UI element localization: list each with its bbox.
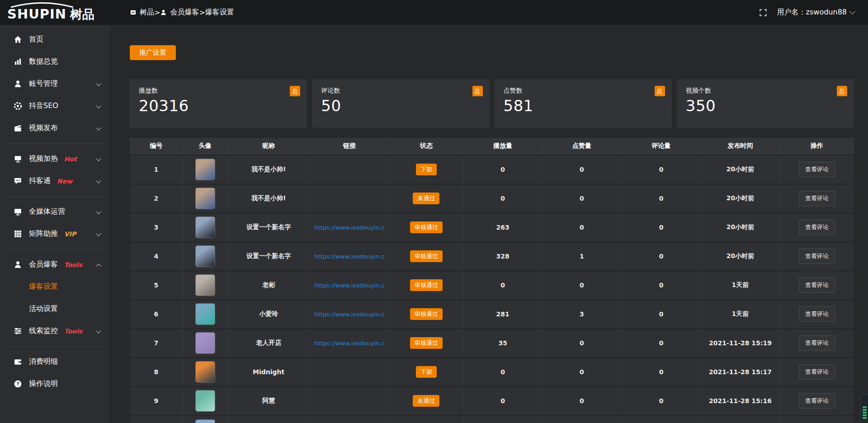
sidebar-item-label: 首页 bbox=[29, 35, 43, 44]
status-badge: 审核通过 bbox=[410, 250, 443, 262]
likes-cell: 1 bbox=[542, 242, 622, 271]
username-label: 用户名：zswodun88 bbox=[777, 8, 847, 17]
video-icon bbox=[14, 124, 22, 132]
nickname-cell: 设置一个新名字 bbox=[227, 213, 310, 242]
view-comments-button[interactable]: 查看评论 bbox=[799, 162, 835, 177]
sidebar-item-15[interactable]: 消费明细 bbox=[0, 351, 109, 373]
table-row-10 bbox=[130, 415, 854, 423]
plays-cell: 328 bbox=[463, 242, 542, 271]
sidebar-item-9[interactable]: 全媒体运营 bbox=[0, 201, 109, 223]
time-cell: 1天前 bbox=[701, 271, 779, 300]
view-comments-button[interactable]: 查看评论 bbox=[799, 364, 835, 380]
stat-card-2: 点赞数581总 bbox=[495, 79, 672, 128]
user-menu[interactable]: 用户名：zswodun88 bbox=[777, 8, 854, 17]
chevron-down-icon bbox=[96, 178, 101, 183]
stat-card-3: 视频个数350总 bbox=[677, 79, 854, 128]
row-id-cell bbox=[130, 415, 183, 423]
comments-cell bbox=[622, 415, 701, 423]
video-link[interactable]: https://www.iesdouyin.c bbox=[310, 340, 389, 347]
nickname-cell: 阿慧 bbox=[227, 386, 310, 415]
plays-cell: 35 bbox=[463, 329, 542, 357]
view-comments-button[interactable]: 查看评论 bbox=[799, 191, 835, 206]
nickname-cell: 小爱玲 bbox=[227, 300, 310, 329]
time-cell: 2021-11-28 15:17 bbox=[701, 357, 779, 386]
stat-cards: 播放数20316总评论数50总点赞数581总视频个数350总 bbox=[130, 79, 854, 128]
sidebar-item-4[interactable]: 视频发布 bbox=[0, 117, 109, 139]
nickname-cell: 老彬 bbox=[227, 271, 310, 300]
view-comments-button[interactable]: 查看评论 bbox=[799, 220, 835, 235]
breadcrumb-item-0[interactable]: 树品 bbox=[130, 8, 154, 17]
avatar bbox=[196, 159, 215, 180]
column-header: 编号 bbox=[130, 138, 183, 155]
avatar bbox=[196, 333, 215, 353]
time-cell: 2021-11-28 15:19 bbox=[701, 329, 779, 357]
main-content: 推广设置 播放数20316总评论数50总点赞数581总视频个数350总 编号头像… bbox=[109, 25, 868, 423]
time-cell: 20小时前 bbox=[701, 242, 779, 271]
sidebar-item-7[interactable]: 抖客通New bbox=[0, 170, 109, 192]
table-body: 1我不是小帅!下架00020小时前查看评论2我不是小帅!未通过00020小时前查… bbox=[130, 155, 854, 423]
sidebar-item-badge: Hot bbox=[64, 155, 77, 163]
fullscreen-icon[interactable] bbox=[759, 9, 767, 17]
sidebar-item-label: 全媒体运营 bbox=[29, 207, 65, 216]
avatar bbox=[196, 362, 215, 382]
status-badge: 未通过 bbox=[413, 193, 439, 204]
comments-cell: 0 bbox=[622, 271, 701, 300]
breadcrumb-label: 树品 bbox=[140, 8, 154, 17]
time-cell: 20小时前 bbox=[701, 213, 779, 242]
sidebar-subitem-12-0[interactable]: 爆客设置 bbox=[0, 276, 109, 298]
video-link[interactable]: https://www.iesdouyin.c bbox=[310, 282, 389, 289]
logo-text-cn: 树品 bbox=[70, 6, 94, 23]
row-id-cell: 8 bbox=[130, 357, 183, 386]
view-comments-button[interactable]: 查看评论 bbox=[799, 393, 835, 409]
total-badge: 总 bbox=[290, 86, 300, 96]
app-icon bbox=[130, 9, 137, 16]
video-link[interactable]: https://www.iesdouyin.c bbox=[310, 224, 389, 231]
sidebar-item-0[interactable]: 首页 bbox=[0, 28, 109, 51]
nickname-cell: 老人开店 bbox=[227, 329, 310, 357]
sidebar-item-16[interactable]: ?操作说明 bbox=[0, 373, 109, 395]
likes-cell: 0 bbox=[542, 155, 622, 184]
home-icon bbox=[14, 35, 22, 44]
comments-cell: 0 bbox=[622, 357, 701, 386]
stat-card-0: 播放数20316总 bbox=[130, 79, 307, 128]
sidebar-item-6[interactable]: 视频加热Hot bbox=[0, 148, 109, 170]
sidebar-item-12[interactable]: 会员爆客Tools bbox=[0, 254, 109, 276]
breadcrumb-item-1[interactable]: 会员爆客 bbox=[160, 8, 199, 17]
breadcrumb-separator: > bbox=[199, 8, 205, 17]
avatar bbox=[196, 275, 215, 296]
likes-cell: 0 bbox=[542, 386, 622, 415]
view-comments-button[interactable]: 查看评论 bbox=[799, 249, 835, 264]
video-link[interactable]: https://www.iesdouyin.c bbox=[310, 311, 389, 318]
sidebar-item-1[interactable]: 数据总览 bbox=[0, 51, 109, 73]
column-header: 昵称 bbox=[227, 138, 310, 155]
breadcrumb-item-2[interactable]: 爆客设置 bbox=[205, 8, 234, 17]
video-link[interactable]: https://www.iesdouyin.c bbox=[310, 253, 389, 260]
promo-settings-button[interactable]: 推广设置 bbox=[130, 45, 176, 60]
view-comments-button[interactable]: 查看评论 bbox=[799, 277, 835, 293]
stat-label: 播放数 bbox=[139, 87, 307, 95]
user-icon bbox=[160, 9, 167, 16]
view-comments-button[interactable]: 查看评论 bbox=[799, 306, 835, 322]
status-badge: 审核通过 bbox=[410, 337, 443, 349]
plays-cell: 0 bbox=[463, 271, 542, 300]
sidebar-item-3[interactable]: 抖音SEO bbox=[0, 95, 109, 117]
sidebar-subitem-12-1[interactable]: 活动设置 bbox=[0, 298, 109, 320]
stat-label: 视频个数 bbox=[686, 87, 854, 95]
sidebar-menu: 首页数据总览账号管理抖音SEO视频发布视频加热Hot抖客通New全媒体运营矩阵助… bbox=[0, 28, 109, 395]
sidebar-item-2[interactable]: 账号管理 bbox=[0, 73, 109, 95]
sidebar-item-10[interactable]: 矩阵助推VIP bbox=[0, 223, 109, 245]
sidebar-divider bbox=[8, 196, 105, 197]
row-id-cell: 6 bbox=[130, 300, 183, 329]
total-badge: 总 bbox=[655, 86, 665, 96]
plays-cell: 0 bbox=[463, 184, 542, 213]
stat-value: 350 bbox=[686, 97, 854, 115]
monitor-icon bbox=[14, 207, 22, 216]
view-comments-button[interactable]: 查看评论 bbox=[799, 335, 835, 351]
comments-cell: 0 bbox=[622, 300, 701, 329]
sidebar-item-13[interactable]: 线索监控Tools bbox=[0, 320, 109, 342]
avatar bbox=[196, 304, 215, 324]
status-badge: 未通过 bbox=[413, 395, 439, 407]
avatar bbox=[196, 420, 215, 423]
status-badge: 审核通过 bbox=[410, 221, 443, 233]
comments-cell: 0 bbox=[622, 213, 701, 242]
